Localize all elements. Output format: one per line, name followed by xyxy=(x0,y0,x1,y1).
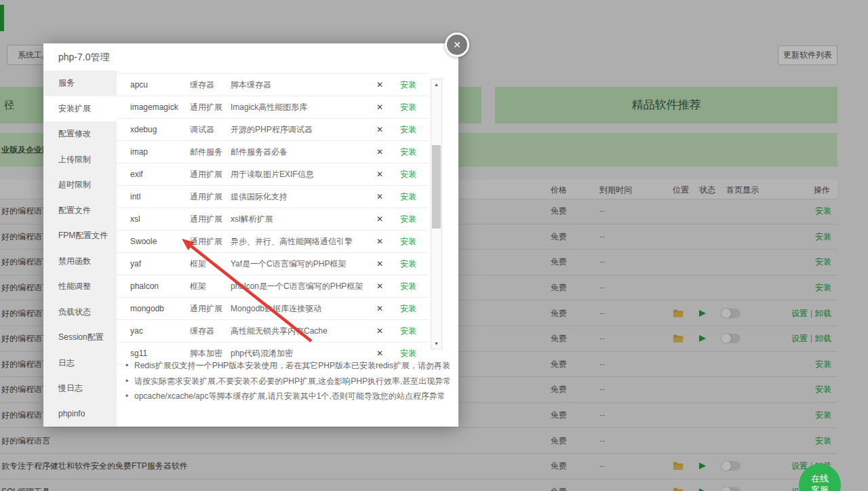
extension-description: Imagick高性能图形库 xyxy=(231,102,307,113)
extension-name: yaf xyxy=(130,259,141,269)
extension-description: php代码混淆加密 xyxy=(231,348,293,359)
extension-type: 通用扩展 xyxy=(190,236,222,248)
extension-type: 脚本加密 xyxy=(190,348,222,359)
dialog-title: php-7.0管理 xyxy=(58,43,109,71)
sidebar-item-label: 日志 xyxy=(58,358,75,368)
extension-type: 通用扩展 xyxy=(190,102,222,113)
extension-name: yac xyxy=(130,326,143,336)
remove-icon[interactable]: ✕ xyxy=(376,192,383,201)
sidebar-item[interactable]: 禁用函数 xyxy=(43,249,117,275)
note-text: Redis扩展仅支持一个PHP版本安装使用，若在其它PHP版本已安装redis扩… xyxy=(134,361,450,370)
extension-name: exif xyxy=(130,170,143,179)
remove-icon[interactable]: ✕ xyxy=(376,259,383,269)
note-line: •opcache/xcache/apc等脚本缓存扩展,请只安装其中1个,否则可能… xyxy=(118,389,458,404)
sidebar-item[interactable]: 配置修改 xyxy=(43,121,117,147)
extension-description: Mongodb数据库连接驱动 xyxy=(231,303,321,315)
extension-name: imagemagick xyxy=(130,102,178,112)
extension-type: 通用扩展 xyxy=(190,303,222,315)
sidebar-item[interactable]: 负载状态 xyxy=(43,300,117,326)
sidebar-item-label: FPM配置文件 xyxy=(58,231,108,240)
extension-type: 调试器 xyxy=(190,124,214,136)
extension-row: xdebug 调试器 开源的PHP程序调试器 ✕ 安装 xyxy=(117,119,429,141)
remove-icon[interactable]: ✕ xyxy=(376,237,383,246)
sidebar-item[interactable]: phpinfo xyxy=(43,401,117,427)
extension-install-link[interactable]: 安装 xyxy=(400,146,416,158)
extension-install-link[interactable]: 安装 xyxy=(400,102,416,113)
note-line: •请按实际需求安装扩展,不要安装不必要的PHP扩展,这会影响PHP执行效率,甚至… xyxy=(118,374,458,389)
sidebar-item[interactable]: FPM配置文件 xyxy=(43,223,117,249)
list-scrollbar[interactable]: ▲ ▼ xyxy=(431,79,442,349)
extension-install-link[interactable]: 安装 xyxy=(400,303,416,315)
extension-notes: •Redis扩展仅支持一个PHP版本安装使用，若在其它PHP版本已安装redis… xyxy=(118,358,458,404)
extension-description: 用于读取图片EXIF信息 xyxy=(231,169,314,180)
sidebar-item-label: 超时限制 xyxy=(58,180,91,189)
extension-name: intl xyxy=(130,192,140,201)
extension-type: 缓存器 xyxy=(190,79,214,91)
remove-icon[interactable]: ✕ xyxy=(376,80,383,90)
remove-icon[interactable]: ✕ xyxy=(376,281,383,291)
sidebar-item-label: 慢日志 xyxy=(58,383,83,393)
extension-name: xsl xyxy=(130,214,140,224)
extension-install-link[interactable]: 安装 xyxy=(400,326,416,337)
extension-description: phalcon是一个C语言编写的PHP框架 xyxy=(231,281,363,292)
extension-install-link[interactable]: 安装 xyxy=(400,236,416,248)
extension-type: 框架 xyxy=(190,258,206,270)
remove-icon[interactable]: ✕ xyxy=(376,102,383,112)
remove-icon[interactable]: ✕ xyxy=(376,304,383,313)
sidebar-item[interactable]: 性能调整 xyxy=(43,274,117,300)
extension-type: 通用扩展 xyxy=(190,191,222,203)
scroll-down-icon[interactable]: ▼ xyxy=(431,341,441,346)
extension-type: 通用扩展 xyxy=(190,214,222,225)
extension-name: phalcon xyxy=(130,281,159,291)
extension-name: Swoole xyxy=(130,237,157,246)
remove-icon[interactable]: ✕ xyxy=(376,170,383,179)
sidebar-item[interactable]: Session配置 xyxy=(43,325,117,351)
close-icon[interactable]: ✕ xyxy=(445,33,469,57)
extension-install-link[interactable]: 安装 xyxy=(400,348,416,359)
sidebar-item[interactable]: 上传限制 xyxy=(43,147,117,173)
extension-row: phalcon 框架 phalcon是一个C语言编写的PHP框架 ✕ 安装 xyxy=(117,275,429,298)
dialog-content: apcu 缓存器 脚本缓存器 ✕ 安装 imagemagick 通用扩展 Ima… xyxy=(117,71,458,427)
sidebar-item-label: 配置文件 xyxy=(58,205,91,215)
support-line2: 客服 xyxy=(799,484,841,491)
extension-list: apcu 缓存器 脚本缓存器 ✕ 安装 imagemagick 通用扩展 Ima… xyxy=(117,73,429,365)
extension-row: imap 邮件服务 邮件服务器必备 ✕ 安装 xyxy=(117,141,429,163)
extension-row: yac 缓存器 高性能无锁共享内存Cache ✕ 安装 xyxy=(117,320,429,342)
remove-icon[interactable]: ✕ xyxy=(376,214,383,224)
extension-row: apcu 缓存器 脚本缓存器 ✕ 安装 xyxy=(117,74,429,96)
extension-install-link[interactable]: 安装 xyxy=(400,281,416,292)
extension-description: 开源的PHP程序调试器 xyxy=(231,124,313,136)
sidebar-item-label: 禁用函数 xyxy=(58,256,91,266)
extension-row: intl 通用扩展 提供国际化支持 ✕ 安装 xyxy=(117,186,429,208)
extension-description: xsl解析扩展 xyxy=(231,214,273,225)
extension-type: 缓存器 xyxy=(190,326,214,337)
scrollbar-thumb[interactable] xyxy=(432,145,441,229)
extension-description: 高性能无锁共享内存Cache xyxy=(231,326,328,337)
dialog-sidebar: 服务 安装扩展 配置修改 上传限制 超时限制 配置文件 FPM配置文件 禁用函数… xyxy=(43,71,117,427)
dialog-header: php-7.0管理 xyxy=(43,43,458,71)
remove-icon[interactable]: ✕ xyxy=(376,349,383,358)
extension-install-link[interactable]: 安装 xyxy=(400,79,416,91)
extension-install-link[interactable]: 安装 xyxy=(400,169,416,180)
sidebar-item[interactable]: 超时限制 xyxy=(43,172,117,198)
bullet-icon: • xyxy=(125,389,128,404)
scroll-up-icon[interactable]: ▲ xyxy=(431,82,441,87)
note-text: 请按实际需求安装扩展,不要安装不必要的PHP扩展,这会影响PHP执行效率,甚至出… xyxy=(134,376,451,386)
sidebar-item[interactable]: 慢日志 xyxy=(43,376,117,401)
extension-install-link[interactable]: 安装 xyxy=(400,214,416,225)
extension-install-link[interactable]: 安装 xyxy=(400,191,416,203)
extension-name: apcu xyxy=(130,80,148,90)
remove-icon[interactable]: ✕ xyxy=(376,125,383,134)
extension-row: mongodb 通用扩展 Mongodb数据库连接驱动 ✕ 安装 xyxy=(117,298,429,320)
sidebar-item[interactable]: 日志 xyxy=(43,351,117,376)
extension-name: sg11 xyxy=(130,349,147,358)
sidebar-item[interactable]: 安装扩展 xyxy=(43,96,117,122)
extension-name: xdebug xyxy=(130,125,157,134)
remove-icon[interactable]: ✕ xyxy=(376,326,383,336)
extension-row: Swoole 通用扩展 异步、并行、高性能网络通信引擎 ✕ 安装 xyxy=(117,231,429,253)
sidebar-item[interactable]: 服务 xyxy=(43,71,117,96)
remove-icon[interactable]: ✕ xyxy=(376,147,383,157)
extension-install-link[interactable]: 安装 xyxy=(400,124,416,136)
extension-install-link[interactable]: 安装 xyxy=(400,258,416,270)
sidebar-item[interactable]: 配置文件 xyxy=(43,198,117,224)
